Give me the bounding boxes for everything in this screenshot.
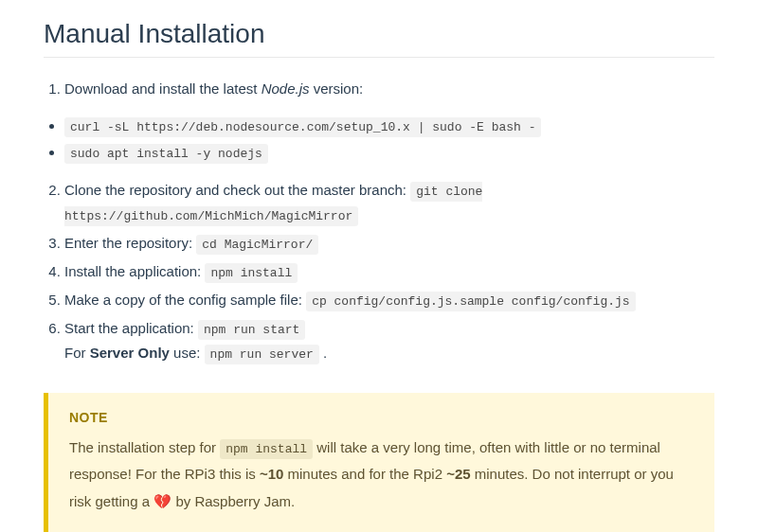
note-p1-strong1: ~10 xyxy=(260,466,283,482)
install-steps-cont: Clone the repository and check out the m… xyxy=(44,178,714,366)
step-3-code: cd MagicMirror/ xyxy=(196,235,318,255)
step-5-code: cp config/config.js.sample config/config… xyxy=(306,292,635,311)
command-code-2: sudo apt install -y nodejs xyxy=(64,144,268,164)
step-1: Download and install the latest Node.js … xyxy=(64,77,714,101)
note-callout: NOTE The installation step for npm insta… xyxy=(44,393,714,532)
command-item-1: curl -sL https://deb.nodesource.com/setu… xyxy=(64,113,714,140)
command-list: curl -sL https://deb.nodesource.com/setu… xyxy=(44,113,714,167)
install-steps: Download and install the latest Node.js … xyxy=(44,77,714,101)
note-p1-end: by Raspberry Jam. xyxy=(171,493,295,509)
step-6: Start the application: npm run start For… xyxy=(64,316,714,365)
step-6-line1-text: Start the application: xyxy=(64,320,198,336)
note-text: The installation step for npm install wi… xyxy=(69,434,694,516)
step-4: Install the application: npm install xyxy=(64,259,714,284)
step-2-text: Clone the repository and check out the m… xyxy=(64,182,410,198)
step-5-text: Make a copy of the config sample file: xyxy=(64,292,306,308)
command-code-1: curl -sL https://deb.nodesource.com/setu… xyxy=(64,117,541,137)
step-6-line2-end: . xyxy=(319,345,327,361)
step-5: Make a copy of the config sample file: c… xyxy=(64,288,714,312)
note-p1-code: npm install xyxy=(220,439,313,459)
broken-heart-icon: 💔 xyxy=(153,493,171,509)
step-4-text: Install the application: xyxy=(64,263,205,279)
step-2: Clone the repository and check out the m… xyxy=(64,178,714,227)
step-1-text-after: version: xyxy=(310,80,364,97)
page-title: Manual Installation xyxy=(44,19,714,58)
step-1-text-before: Download and install the latest xyxy=(64,80,262,97)
note-p1-strong2: ~25 xyxy=(446,466,470,482)
note-p1-mid: minutes and for the Rpi2 xyxy=(283,466,446,482)
step-4-code: npm install xyxy=(205,263,298,283)
step-3-text: Enter the repository: xyxy=(64,235,196,251)
step-6-line2-strong: Server Only xyxy=(90,345,170,361)
step-6-line2-before: For xyxy=(64,345,90,361)
note-title: NOTE xyxy=(69,410,694,425)
step-3: Enter the repository: cd MagicMirror/ xyxy=(64,231,714,256)
step-6-line2-code: npm run server xyxy=(205,345,319,364)
command-item-2: sudo apt install -y nodejs xyxy=(64,139,714,167)
note-p1-before: The installation step for xyxy=(69,439,220,455)
step-6-line1-code: npm run start xyxy=(198,320,305,340)
step-1-em: Node.js xyxy=(262,80,310,97)
step-6-line2-after: use: xyxy=(170,345,205,361)
